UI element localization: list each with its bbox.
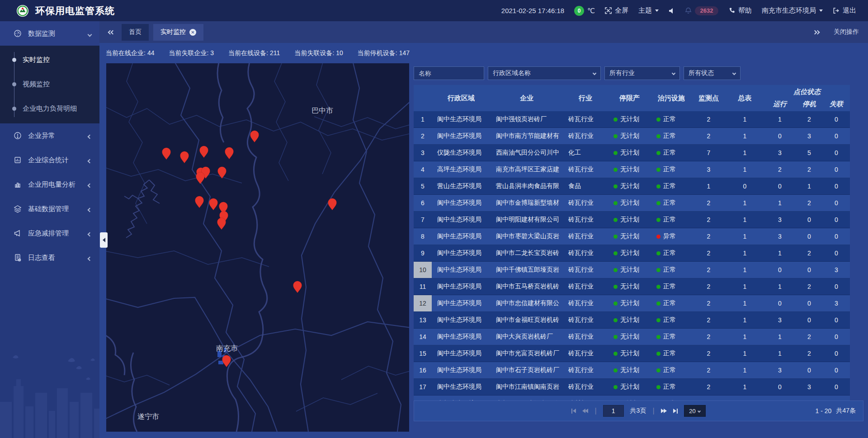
tabs-scroll-left-button[interactable] xyxy=(106,21,117,43)
table-row[interactable]: 2阆中生态环境局阆中市南方节能建材有砖瓦行业无计划正常21030 xyxy=(414,128,850,145)
status-dot-icon xyxy=(613,118,618,122)
map-pin[interactable] xyxy=(195,196,204,208)
table-row[interactable]: 10阆中生态环境局阆中千佛镇五郎垭页岩砖瓦行业无计划正常21003 xyxy=(414,262,850,278)
status-text: 正常 xyxy=(663,165,676,174)
page-number-input[interactable] xyxy=(603,405,624,417)
tab-bar-right: 关闭操作 xyxy=(811,21,859,43)
table-row[interactable]: 8阆中生态环境局阆中市枣碧大梁山页岩砖瓦行业无计划异常21300 xyxy=(414,228,850,245)
cell-points: 7 xyxy=(692,145,726,161)
app-header: 环保用电监管系统 2021-02-25 17:46:18 0 ℃ 全屏 主题 xyxy=(0,0,868,21)
table-row[interactable]: 4高坪生态环境局南充市高坪区王家店建砖瓦行业无计划正常31220 xyxy=(414,161,850,178)
sidebar-menu: 数据监测实时监控视频监控企业电力负荷明细企业异常企业综合统计企业用电量分析基础数… xyxy=(0,21,99,270)
sidebar-item-1[interactable]: 数据监测 xyxy=(0,21,99,46)
chevron-left-icon xyxy=(88,205,91,213)
cell-limit: 无计划 xyxy=(608,278,651,295)
cell-meters: 1 xyxy=(726,312,764,328)
table-row[interactable]: 14阆中生态环境局阆中大兴页岩机砖厂砖瓦行业无计划正常21120 xyxy=(414,329,850,345)
table-row[interactable]: 5营山生态环境局营山县润丰肉食品有限食品无计划正常10010 xyxy=(414,178,850,195)
table-row[interactable]: 13阆中生态环境局阆中市金福旺页岩机砖砖瓦行业无计划正常21300 xyxy=(414,312,850,329)
map-panel[interactable]: 巴中市南充市遂宁市 xyxy=(106,63,409,432)
map-pin[interactable] xyxy=(250,131,259,142)
table-row[interactable]: 17阆中生态环境局阆中市江南镇阆南页岩砖瓦行业无计划正常21030 xyxy=(414,379,850,396)
map-pin[interactable] xyxy=(180,151,189,163)
map-pin[interactable] xyxy=(293,281,302,293)
table-row[interactable]: 3仪陇生态环境局西南油气田分公司川中化工无计划正常71350 xyxy=(414,145,850,161)
row-number-cell: 3 xyxy=(414,145,432,161)
name-filter-input[interactable] xyxy=(414,66,484,80)
table-row[interactable]: 7阆中生态环境局阆中明阳建材有限公司砖瓦行业无计划正常21300 xyxy=(414,212,850,228)
cell-stop: 0 xyxy=(796,312,823,328)
next-page-button[interactable] xyxy=(661,409,667,413)
tab-close-icon[interactable]: ✕ xyxy=(189,29,196,36)
map-pin[interactable] xyxy=(162,148,171,160)
tab-实时监控[interactable]: 实时监控✕ xyxy=(153,24,203,41)
table-row[interactable]: 18南部生态环境局南部县双化水泥有限公建材加工无计划正常50050 xyxy=(414,396,850,400)
map-pin[interactable] xyxy=(218,167,226,179)
tab-首页[interactable]: 首页 xyxy=(122,24,149,41)
sidebar-item-label: 基础数据管理 xyxy=(28,205,69,213)
table-row[interactable]: 6阆中生态环境局阆中市金博瑞新型墙材砖瓦行业无计划正常21120 xyxy=(414,195,850,212)
map-pin[interactable] xyxy=(196,172,205,184)
stat-item: 当前失联设备:10 xyxy=(294,49,343,57)
cell-industry: 砖瓦行业 xyxy=(563,379,608,395)
sidebar-item-5[interactable]: 基础数据管理 xyxy=(0,197,99,221)
status-dot-icon xyxy=(656,268,660,272)
sidebar-item-4[interactable]: 企业用电量分析 xyxy=(0,172,99,197)
temperature-badge: 0 xyxy=(574,6,584,16)
table-row[interactable]: 1阆中生态环境局阆中强锐页岩砖厂砖瓦行业无计划正常21120 xyxy=(414,111,850,128)
cell-industry: 砖瓦行业 xyxy=(563,245,608,261)
sidebar-item-6[interactable]: 应急减排管理 xyxy=(0,221,99,245)
industry-filter-select[interactable]: 所有行业 xyxy=(604,66,680,80)
map-pin[interactable] xyxy=(328,198,337,210)
status-dot-icon xyxy=(613,335,618,339)
sidebar-collapse-handle[interactable] xyxy=(100,232,108,248)
cell-lost: 0 xyxy=(823,362,850,378)
sidebar-subitem[interactable]: 视频监控 xyxy=(0,72,99,96)
tabs-scroll-right-button[interactable] xyxy=(811,21,822,43)
status-text: 无计划 xyxy=(620,115,639,123)
table-row[interactable]: 15阆中生态环境局阆中市光富页岩机砖厂砖瓦行业无计划正常21120 xyxy=(414,345,850,362)
sidebar-subitem[interactable]: 实时监控 xyxy=(0,47,99,72)
help-button[interactable]: 帮助 xyxy=(728,6,752,15)
org-menu[interactable]: 南充市生态环境局 xyxy=(762,6,823,15)
sidebar-item-7[interactable]: 日志查看 xyxy=(0,245,99,270)
table-header-subcol: 停机 xyxy=(796,97,823,111)
last-page-button[interactable] xyxy=(673,409,678,414)
logout-button[interactable]: 退出 xyxy=(833,6,856,15)
table-row[interactable]: 12阆中生态环境局阆中市忠信建材有限公砖瓦行业无计划正常21003 xyxy=(414,295,850,312)
cell-region: 阆中生态环境局 xyxy=(432,312,491,328)
table-header-group-label: 点位状态 xyxy=(764,85,850,97)
table-row[interactable]: 11阆中生态环境局阆中市五马桥页岩机砖砖瓦行业无计划正常21120 xyxy=(414,278,850,295)
map-pin[interactable] xyxy=(217,218,226,230)
status-filter-select[interactable]: 所有状态 xyxy=(684,66,741,80)
stat-value: 3 xyxy=(210,49,214,57)
page-size-select[interactable]: 20 xyxy=(684,405,706,417)
cell-facility: 正常 xyxy=(651,312,692,328)
total-pages-label: 共3页 xyxy=(630,407,646,415)
sound-button[interactable] xyxy=(669,8,675,14)
cell-lost: 0 xyxy=(823,345,850,362)
close-operations-button[interactable]: 关闭操作 xyxy=(834,28,859,36)
sidebar-item-3[interactable]: 企业综合统计 xyxy=(0,148,99,172)
map-pin[interactable] xyxy=(225,147,234,159)
table-header-col: 治污设施 xyxy=(651,85,692,111)
chevron-down-icon xyxy=(732,71,736,75)
logout-icon xyxy=(833,7,840,14)
region-filter-select[interactable]: 行政区域名称 xyxy=(488,66,601,80)
notifications[interactable]: 2632 xyxy=(685,6,718,15)
sidebar-subitem[interactable]: 企业电力负荷明细 xyxy=(0,96,99,121)
map-pin[interactable] xyxy=(209,198,218,210)
table-row[interactable]: 16阆中生态环境局阆中市石子页岩机砖厂砖瓦行业无计划正常21300 xyxy=(414,362,850,379)
map-pin[interactable] xyxy=(200,146,208,158)
cell-region: 仪陇生态环境局 xyxy=(432,145,491,161)
status-text: 无计划 xyxy=(620,199,639,207)
first-page-button[interactable] xyxy=(571,409,576,414)
cell-run: 1 xyxy=(764,195,796,211)
row-number-cell: 11 xyxy=(414,278,432,295)
fullscreen-button[interactable]: 全屏 xyxy=(605,6,628,15)
theme-menu[interactable]: 主题 xyxy=(638,6,659,15)
map-city-label: 巴中市 xyxy=(311,107,333,114)
table-row[interactable]: 9阆中生态环境局阆中市二龙长宝页岩砖砖瓦行业无计划正常21120 xyxy=(414,245,850,262)
prev-page-button[interactable] xyxy=(582,409,588,413)
sidebar-item-2[interactable]: 企业异常 xyxy=(0,123,99,148)
